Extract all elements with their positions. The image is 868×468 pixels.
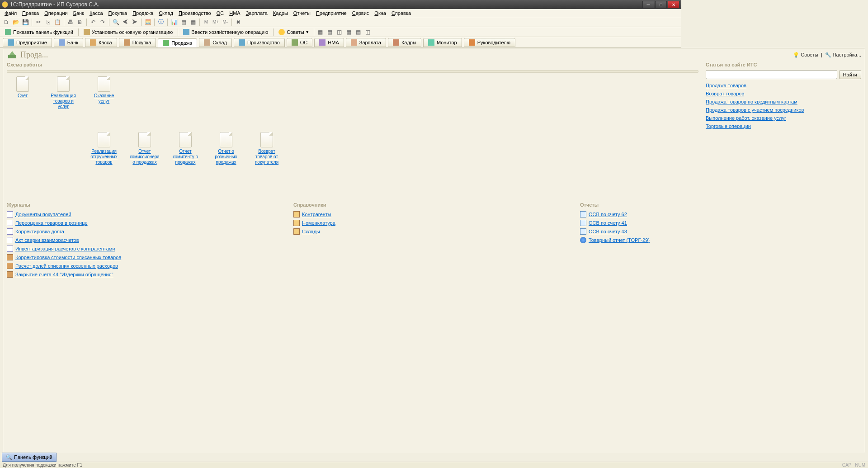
- scheme-link[interactable]: Счет: [18, 93, 28, 99]
- scheme-link[interactable]: Отчет о розничных продажах: [210, 149, 242, 165]
- journal-link[interactable]: Закрытие счета 44 "Издержки обращения": [7, 271, 288, 278]
- calc-icon[interactable]: 🧮: [143, 18, 152, 26]
- menu-warehouse[interactable]: Склад: [156, 9, 176, 17]
- menu-purchase[interactable]: Покупка: [106, 9, 130, 17]
- open-icon[interactable]: 📂: [11, 18, 20, 26]
- new-icon[interactable]: 🗋: [2, 18, 11, 26]
- back-icon[interactable]: ⮜: [121, 18, 130, 26]
- print-icon[interactable]: 🖶: [66, 18, 75, 26]
- menu-operations[interactable]: Операции: [42, 9, 70, 17]
- tab-bank[interactable]: Банк: [54, 38, 83, 47]
- tab-nma[interactable]: НМА: [314, 38, 344, 47]
- journal-link[interactable]: Переоценка товаров в рознице: [7, 220, 288, 226]
- menu-kadry[interactable]: Кадры: [270, 9, 291, 17]
- scheme-link[interactable]: Оказание услуг: [88, 93, 120, 104]
- report-link[interactable]: Товарный отчет (ТОРГ-29): [580, 237, 681, 243]
- enter-op-button[interactable]: Ввести хозяйственную операцию: [180, 28, 271, 36]
- scheme-item[interactable]: Отчет комитенту о продажах: [170, 132, 201, 165]
- scheme-link[interactable]: Отчет комитенту о продажах: [170, 149, 201, 165]
- menu-bank[interactable]: Банк: [71, 9, 87, 17]
- m-minus-icon[interactable]: M-: [221, 18, 230, 26]
- tb2-icon-5[interactable]: ▤: [354, 28, 363, 36]
- scheme-item[interactable]: Возврат товаров от покупателя: [251, 132, 283, 165]
- ref-link[interactable]: Номенклатура: [293, 220, 575, 226]
- menu-kassa[interactable]: Касса: [87, 9, 106, 17]
- close-button[interactable]: ✕: [668, 1, 679, 8]
- tab-os[interactable]: ОС: [287, 38, 313, 47]
- tab-manager[interactable]: Руководителю: [464, 38, 515, 47]
- tab-purchase[interactable]: Покупка: [119, 38, 156, 47]
- fwd-icon[interactable]: ⮞: [130, 18, 139, 26]
- menu-file[interactable]: Файл: [2, 9, 19, 17]
- redo-icon[interactable]: ↷: [98, 18, 107, 26]
- document-icon: [260, 132, 273, 147]
- journal-link[interactable]: Инвентаризация расчетов с контрагентами: [7, 246, 288, 252]
- menu-nma[interactable]: НМА: [226, 9, 243, 17]
- scheme-link[interactable]: Реализация отгруженных товаров: [88, 149, 120, 165]
- journal-link[interactable]: Документы покупателей: [7, 211, 288, 217]
- tab-kassa[interactable]: Касса: [85, 38, 117, 47]
- scheme-item[interactable]: Счет: [7, 76, 38, 109]
- tb2-icon-2[interactable]: ▤: [326, 28, 335, 36]
- journal-link[interactable]: Корректировка стоимости списанных товаро…: [7, 254, 288, 260]
- tb2-icon-4[interactable]: ▦: [344, 28, 354, 36]
- table-icon[interactable]: ▦: [189, 18, 198, 26]
- scheme-item[interactable]: Оказание услуг: [88, 76, 120, 109]
- journal-link[interactable]: Акт сверки взаиморасчетов: [7, 237, 288, 243]
- menu-windows[interactable]: Окна: [372, 9, 389, 17]
- set-org-button[interactable]: Установить основную организацию: [80, 28, 176, 36]
- scheme-link[interactable]: Реализация товаров и услуг: [47, 93, 79, 109]
- help-icon[interactable]: ⓘ: [156, 18, 165, 26]
- preview-icon[interactable]: 🗎: [75, 18, 85, 26]
- scheme-link[interactable]: Отчет комиссионера о продажах: [129, 149, 160, 165]
- minimize-button[interactable]: ─: [642, 1, 654, 8]
- report-link[interactable]: ОСВ по счету 62: [580, 211, 681, 217]
- menu-salary[interactable]: Зарплата: [243, 9, 270, 17]
- save-icon[interactable]: 💾: [21, 18, 30, 26]
- menu-reports[interactable]: Отчеты: [291, 9, 313, 17]
- tab-warehouse[interactable]: Склад: [199, 38, 232, 47]
- tb2-icon-3[interactable]: ◫: [335, 28, 344, 36]
- journal-link[interactable]: Корректировка долга: [7, 228, 288, 235]
- show-functions-button[interactable]: Показать панель функций: [2, 28, 76, 36]
- tab-kadry[interactable]: Кадры: [388, 38, 421, 47]
- form-icon[interactable]: ▤: [179, 18, 188, 26]
- menu-edit[interactable]: Правка: [19, 9, 42, 17]
- tab-monitor[interactable]: Монитор: [423, 38, 462, 47]
- tab-enterprise[interactable]: Предприятие: [3, 38, 52, 47]
- scheme-item[interactable]: Отчет комиссионера о продажах: [129, 132, 160, 165]
- ref-link[interactable]: Контрагенты: [293, 211, 575, 217]
- menu-sale[interactable]: Продажа: [130, 9, 156, 17]
- separator: [32, 19, 32, 26]
- tb2-icon-6[interactable]: ◫: [363, 28, 373, 36]
- cut-icon[interactable]: ✂: [34, 18, 43, 26]
- undo-icon[interactable]: ↶: [89, 18, 98, 26]
- m-plus-icon[interactable]: M+: [211, 18, 220, 26]
- scheme-item[interactable]: Реализация отгруженных товаров: [88, 132, 120, 165]
- paste-icon[interactable]: 📋: [53, 18, 62, 26]
- tab-production[interactable]: Производство: [234, 38, 285, 47]
- tb2-icon-1[interactable]: ▦: [316, 28, 325, 36]
- tab-sale[interactable]: Продажа: [158, 38, 197, 47]
- maximize-button[interactable]: □: [655, 1, 667, 8]
- copy-icon[interactable]: ⎘: [43, 18, 52, 26]
- scheme-link[interactable]: Возврат товаров от покупателя: [251, 149, 283, 165]
- advice-button[interactable]: Советы ▾: [275, 28, 311, 36]
- menu-enterprise[interactable]: Предприятие: [313, 9, 349, 17]
- gear-icon[interactable]: ✖: [234, 18, 243, 26]
- menu-help[interactable]: Справка: [389, 9, 414, 17]
- journal-link[interactable]: Расчет долей списания косвенных расходов: [7, 263, 288, 269]
- tab-salary[interactable]: Зарплата: [346, 38, 386, 47]
- menu-production[interactable]: Производство: [176, 9, 214, 17]
- find-icon[interactable]: 🔍: [111, 18, 120, 26]
- m-icon[interactable]: M: [202, 18, 211, 26]
- report-link[interactable]: ОСВ по счету 43: [580, 228, 681, 235]
- tab-label: Склад: [212, 40, 227, 45]
- ref-link[interactable]: Склады: [293, 228, 575, 235]
- menu-os[interactable]: ОС: [214, 9, 227, 17]
- menu-service[interactable]: Сервис: [349, 9, 372, 17]
- chart-icon[interactable]: 📊: [170, 18, 179, 26]
- scheme-item[interactable]: Реализация товаров и услуг: [47, 76, 79, 109]
- scheme-item[interactable]: Отчет о розничных продажах: [210, 132, 242, 165]
- report-link[interactable]: ОСВ по счету 41: [580, 220, 681, 226]
